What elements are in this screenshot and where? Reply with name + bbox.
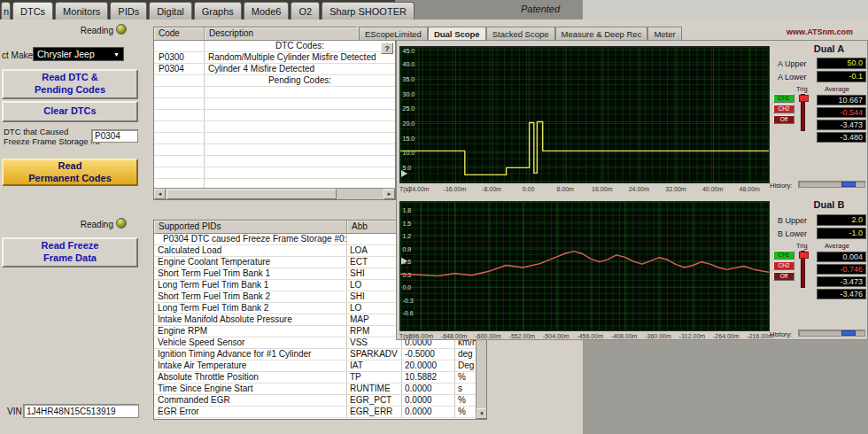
scope-tab-dual-scope[interactable]: Dual Scope [428,27,486,40]
scroll-right-icon[interactable]: ► [384,189,395,199]
pid-name-cell: P0304 DTC caused Freeze Frame Storage #0… [154,234,347,244]
dtc-row[interactable] [154,87,395,98]
scope-tab-escopelimited[interactable]: EScopeLimited [359,27,428,40]
channel-off-button[interactable]: Off [773,115,794,124]
history-slider-thumb[interactable] [841,182,856,187]
scrollbar-thumb[interactable] [167,189,337,199]
scope-tab-measure-deep-rec[interactable]: Measure & Deep Rec [555,27,648,40]
pid-row[interactable]: EGR ErrorEGR_ERR0.0000% [154,407,486,418]
pid-value-cell: 0.0000 [402,407,455,417]
channel-ch1-button[interactable]: CH1 [773,94,794,103]
history-slider-a[interactable] [798,181,865,188]
dtc-table-body: DTC Codes:P0300Random/Multiple Cylinder … [154,41,395,190]
dtc-row[interactable] [154,110,395,121]
tab-monitors[interactable]: Monitors [55,2,108,19]
tab-pids[interactable]: PIDs [110,2,147,19]
vin-field[interactable]: 1J4HR48N15C513919 [23,404,139,418]
freeze-cause-dtc-field[interactable]: P0304 [91,129,138,143]
read-permanent-codes-button[interactable]: Read Permanent Codes [2,159,138,186]
chevron-down-icon: ▼ [113,51,120,58]
tab-o2[interactable]: O2 [291,2,320,19]
tab-graphs[interactable]: Graphs [194,2,242,19]
pid-header-name[interactable]: Supported PIDs [154,221,347,233]
pid-abb-cell: RPM [347,326,402,337]
dtc-row[interactable]: P0300Random/Multiple Cylinder Misfire De… [154,52,395,64]
dtc-header-code[interactable]: Code [154,27,205,40]
dtc-row[interactable] [154,98,395,110]
trigger-slider-thumb[interactable] [799,252,809,259]
dtc-row[interactable] [154,144,395,156]
dtc-row[interactable]: DTC Codes: [154,41,395,52]
tab-mode6[interactable]: Mode6 [244,2,290,19]
dtc-row[interactable] [154,156,395,167]
scroll-down-icon[interactable]: ▼ [477,408,487,419]
pid-row[interactable]: Absolute Throttle PositionTP10.5882% [154,372,486,384]
dtc-description-cell: DTC Codes: [205,41,395,51]
dtc-code-cell [154,87,205,97]
pid-name-cell: Long Term Fuel Trim Bank 2 [154,303,347,314]
scroll-left-icon[interactable]: ◄ [154,189,166,199]
trigger-slider-a[interactable] [801,94,805,131]
pid-header-abb[interactable]: Abb [347,221,402,233]
dtc-row[interactable]: Pending Codes: [154,75,395,87]
a-lower-value[interactable]: -0.1 [817,71,866,82]
b-lower-value[interactable]: -1.0 [817,228,866,239]
history-slider-b[interactable] [798,329,865,337]
dtc-horizontal-scrollbar[interactable]: ◄ ► [154,188,395,199]
channel-buttons-b: CH1CH2Off [773,251,794,281]
clear-dtcs-button[interactable]: Clear DTCs [2,101,138,122]
pid-value-cell: 0.0000 [402,395,455,406]
pid-name-cell: Vehicle Speed Sensor [154,337,347,348]
channel-ch2-button[interactable]: CH2 [773,261,794,270]
pid-row[interactable]: Time Since Engine StartRUNTIME0.0000s [154,384,486,395]
time-tick-label: -312.00m [679,333,706,339]
button-label: Read Permanent Codes [28,160,112,185]
tab-dtcs[interactable]: DTCs [12,2,53,19]
pid-row[interactable]: Intake Air TemperatureIAT20.0000Deg C [154,360,486,372]
channel-ch1-button[interactable]: CH1 [773,251,794,260]
pid-value-cell: -0.5000 [402,349,455,360]
tab-digital[interactable]: Digital [149,2,192,19]
dtc-code-cell [154,98,205,109]
dtc-row[interactable]: P0304Cylinder 4 Misfire Detected [154,64,395,75]
a-upper-value[interactable]: 50.0 [817,58,866,69]
average-value: -3.476 [817,289,866,299]
scope-a-screen[interactable]: 45.040.035.030.025.020.015.010.05.0 [399,46,770,183]
average-value: 0.004 [817,252,866,262]
trigger-slider-b[interactable] [801,251,805,288]
scrollbar-track[interactable] [166,189,384,199]
trigger-slider-thumb[interactable] [799,95,809,102]
time-tick-label: -552.00m [509,333,536,339]
pid-name-cell: Intake Manifold Absolute Pressure [154,314,347,325]
scope-tab-stacked-scope[interactable]: Stacked Scope [486,27,555,40]
dtc-row[interactable] [154,167,395,179]
freeze-cause-label-line1: DTC that Caused [4,127,68,136]
dtc-row[interactable] [154,133,395,144]
b-lower-label: B Lower [778,229,807,238]
time-tick-label: -8.00m [482,186,501,192]
scope-tab-meter[interactable]: Meter [647,27,681,40]
time-tick-label: -16.00m [444,186,467,192]
scope-b-screen[interactable]: 1.81.51.20.90.60.30.0-0.3-0.6 [399,201,770,331]
pid-name-cell: Long Term Fuel Trim Bank 1 [154,280,347,291]
pid-row[interactable]: Commanded EGREGR_PCT0.0000% [154,395,486,407]
tab-partial[interactable]: n [1,2,11,19]
tab-sharp-shooter[interactable]: Sharp SHOOTER [322,2,415,19]
dtc-row[interactable] [154,121,395,133]
history-slider-thumb[interactable] [841,330,856,336]
pid-abb-cell: MAP [347,314,402,325]
average-value: -3.473 [817,120,866,130]
history-label-b: History: [770,330,792,338]
channel-ch2-button[interactable]: CH2 [773,105,794,113]
dtc-description-cell [205,110,395,120]
channel-off-button[interactable]: Off [773,272,794,281]
read-dtc-pending-codes-button[interactable]: Read DTC & Pending Codes [2,69,138,99]
b-upper-value[interactable]: 2.0 [817,214,866,226]
pid-row[interactable]: Ignition Timing Advance for #1 CylinderS… [154,349,486,360]
read-freeze-frame-data-button[interactable]: Read Freeze Frame Data [2,237,138,267]
help-button[interactable]: ? [381,43,393,54]
vehicle-make-dropdown[interactable]: Chrysler Jeep ▼ [33,47,124,61]
trigger-marker-icon[interactable] [401,170,407,177]
pid-abb-cell: SPARKADV [347,349,402,360]
website-label: www.ATSnm.com [787,27,853,36]
